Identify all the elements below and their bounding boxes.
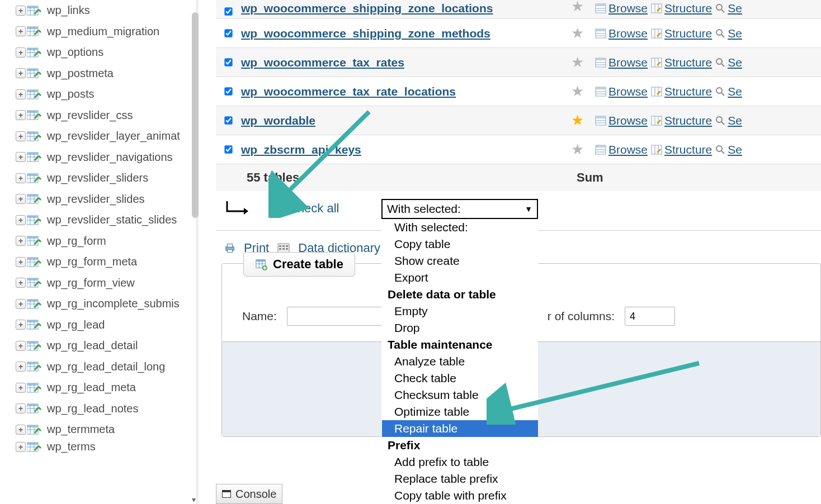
- row-checkbox[interactable]: [224, 116, 232, 124]
- table-name-link[interactable]: wp_wordable: [241, 114, 571, 127]
- table-name-link[interactable]: wp_zbscrm_api_keys: [241, 143, 571, 156]
- browse-link[interactable]: Browse: [595, 85, 648, 98]
- expand-icon[interactable]: +: [16, 152, 26, 162]
- search-link[interactable]: Se: [715, 2, 742, 15]
- sidebar-scrollbar-thumb[interactable]: [192, 12, 199, 218]
- sidebar-table-item[interactable]: +wp_options: [0, 42, 199, 63]
- expand-icon[interactable]: +: [16, 299, 26, 309]
- sidebar-table-item[interactable]: +wp_posts: [0, 84, 199, 105]
- expand-icon[interactable]: +: [16, 68, 26, 78]
- expand-icon[interactable]: +: [16, 341, 26, 351]
- sidebar-table-item[interactable]: +wp_rg_lead_meta: [0, 377, 199, 398]
- expand-icon[interactable]: +: [16, 89, 26, 99]
- favorite-star-icon[interactable]: ★: [571, 0, 584, 15]
- sidebar-table-item[interactable]: +wp_links: [0, 0, 199, 21]
- row-checkbox[interactable]: [224, 7, 232, 15]
- dropdown-option[interactable]: Show create: [382, 253, 538, 269]
- search-link[interactable]: Se: [715, 27, 742, 40]
- structure-link[interactable]: Structure: [651, 114, 712, 127]
- sidebar-scrollbar-down[interactable]: ▾: [192, 495, 197, 504]
- console-button[interactable]: Console: [216, 484, 282, 504]
- sidebar-table-item[interactable]: +wp_termmeta: [0, 419, 199, 440]
- sidebar-table-item[interactable]: +wp_rg_lead_notes: [0, 398, 199, 420]
- search-link[interactable]: Se: [715, 85, 742, 98]
- browse-link[interactable]: Browse: [595, 27, 648, 40]
- table-name-link[interactable]: wp_woocommerce_tax_rates: [241, 56, 571, 69]
- sidebar-table-item[interactable]: +wp_revslider_layer_animat: [0, 126, 199, 147]
- dropdown-option[interactable]: Replace table prefix: [382, 470, 538, 487]
- expand-icon[interactable]: +: [16, 425, 26, 435]
- browse-link[interactable]: Browse: [595, 56, 648, 69]
- sidebar-table-item[interactable]: +wp_rg_form_meta: [0, 251, 199, 273]
- sidebar-table-item[interactable]: +wp_revslider_slides: [0, 189, 199, 210]
- sidebar-table-item[interactable]: +wp_rg_lead_detail: [0, 335, 199, 356]
- favorite-star-icon[interactable]: ★: [571, 83, 584, 100]
- expand-icon[interactable]: +: [16, 442, 26, 452]
- sidebar-table-item[interactable]: +wp_medium_migration: [0, 21, 199, 42]
- structure-link[interactable]: Structure: [651, 143, 712, 156]
- sidebar-table-item[interactable]: +wp_rg_form_view: [0, 273, 199, 294]
- with-selected-select[interactable]: With selected: ▼: [381, 199, 538, 219]
- expand-icon[interactable]: +: [16, 320, 26, 330]
- dropdown-option[interactable]: Drop: [382, 320, 538, 336]
- expand-icon[interactable]: +: [16, 362, 26, 372]
- sidebar-table-item[interactable]: +wp_terms: [0, 440, 199, 454]
- sidebar-table-item[interactable]: +wp_revslider_navigations: [0, 147, 199, 168]
- structure-link[interactable]: Structure: [651, 27, 712, 40]
- expand-icon[interactable]: +: [16, 47, 26, 58]
- row-checkbox[interactable]: [224, 58, 232, 66]
- sidebar-table-item[interactable]: +wp_rg_lead_detail_long: [0, 356, 199, 378]
- structure-link[interactable]: Structure: [651, 85, 712, 98]
- search-link[interactable]: Se: [715, 143, 742, 156]
- search-link[interactable]: Se: [715, 56, 742, 69]
- sidebar-table-item[interactable]: +wp_rg_form: [0, 231, 199, 252]
- sidebar-table-item[interactable]: +wp_revslider_css: [0, 105, 199, 126]
- create-table-tab[interactable]: Create table: [243, 252, 355, 277]
- expand-icon[interactable]: +: [16, 26, 26, 36]
- dropdown-option[interactable]: Copy table with prefix: [382, 487, 538, 504]
- dropdown-option[interactable]: Export: [382, 269, 538, 286]
- expand-icon[interactable]: +: [16, 6, 26, 16]
- favorite-star-icon[interactable]: ★: [571, 112, 584, 129]
- with-selected-dropdown[interactable]: With selected:Copy tableShow createExpor…: [381, 219, 538, 504]
- expand-icon[interactable]: +: [16, 173, 26, 183]
- table-name-link[interactable]: wp_woocommerce_shipping_zone_locations: [241, 2, 571, 15]
- expand-icon[interactable]: +: [16, 236, 26, 246]
- browse-link[interactable]: Browse: [595, 2, 648, 15]
- favorite-star-icon[interactable]: ★: [571, 54, 584, 71]
- expand-icon[interactable]: +: [16, 383, 26, 393]
- dropdown-option[interactable]: With selected:: [382, 219, 538, 236]
- favorite-star-icon[interactable]: ★: [571, 25, 584, 42]
- dropdown-option[interactable]: Check table: [382, 370, 538, 387]
- sidebar-table-item[interactable]: +wp_revslider_static_slides: [0, 210, 199, 231]
- expand-icon[interactable]: +: [16, 194, 26, 204]
- dropdown-option[interactable]: Analyze table: [382, 353, 538, 370]
- dropdown-option[interactable]: Empty: [382, 303, 538, 320]
- expand-icon[interactable]: +: [16, 215, 26, 225]
- browse-link[interactable]: Browse: [595, 114, 648, 127]
- search-link[interactable]: Se: [715, 114, 742, 127]
- expand-icon[interactable]: +: [16, 403, 26, 413]
- table-name-input[interactable]: [287, 307, 382, 326]
- sidebar-table-item[interactable]: +wp_revslider_sliders: [0, 168, 199, 189]
- row-checkbox[interactable]: [224, 29, 232, 37]
- structure-link[interactable]: Structure: [651, 2, 712, 15]
- sidebar-table-item[interactable]: +wp_rg_lead: [0, 315, 199, 336]
- check-all-checkbox[interactable]: [270, 204, 279, 213]
- sidebar-table-item[interactable]: +wp_postmeta: [0, 63, 199, 84]
- dropdown-option[interactable]: Copy table: [382, 236, 538, 253]
- browse-link[interactable]: Browse: [595, 143, 648, 156]
- favorite-star-icon[interactable]: ★: [571, 141, 584, 158]
- expand-icon[interactable]: +: [16, 110, 26, 120]
- row-checkbox[interactable]: [224, 87, 232, 95]
- table-name-link[interactable]: wp_woocommerce_tax_rate_locations: [241, 85, 571, 98]
- expand-icon[interactable]: +: [16, 131, 26, 141]
- structure-link[interactable]: Structure: [651, 56, 712, 69]
- check-all-label[interactable]: Check all: [289, 201, 339, 216]
- dropdown-option[interactable]: Repair table: [382, 420, 538, 437]
- columns-count-input[interactable]: [625, 307, 675, 326]
- dropdown-option[interactable]: Checksum table: [382, 387, 538, 403]
- dropdown-option[interactable]: Add prefix to table: [382, 454, 538, 470]
- row-checkbox[interactable]: [224, 145, 232, 153]
- expand-icon[interactable]: +: [16, 278, 26, 288]
